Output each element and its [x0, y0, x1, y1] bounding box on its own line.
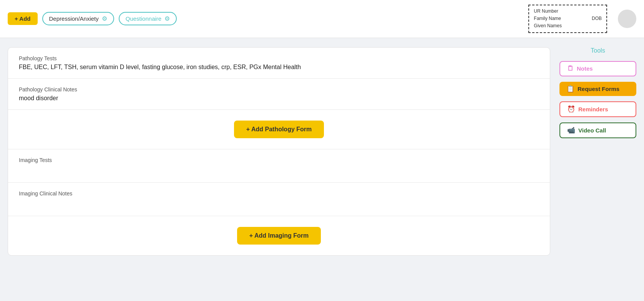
family-name-label: Family Name [534, 15, 561, 22]
imaging-tests-section: Imaging Tests [8, 149, 550, 183]
avatar [618, 10, 636, 28]
pathology-clinical-notes-section: Pathology Clinical Notes mood disorder [8, 79, 550, 110]
pathology-tests-value: FBE, UEC, LFT, TSH, serum vitamin D leve… [19, 64, 539, 71]
request-forms-button[interactable]: 📋 Request Forms [559, 82, 636, 96]
video-call-button[interactable]: 📹 Video Call [559, 122, 636, 138]
video-call-label: Video Call [578, 127, 606, 134]
imaging-tests-value [19, 165, 539, 175]
tab-questionnaire-label: Questionnaire [126, 15, 161, 22]
tools-title: Tools [591, 47, 605, 54]
given-names-row: Given Names [534, 22, 602, 30]
toolbar: + Add Depression/Anxiety ⚙ Questionnaire… [0, 0, 644, 38]
add-pathology-btn-block: + Add Pathology Form [8, 110, 550, 149]
imaging-clinical-notes-section: Imaging Clinical Notes [8, 183, 550, 216]
video-call-icon: 📹 [567, 126, 575, 134]
pathology-clinical-notes-label: Pathology Clinical Notes [19, 86, 539, 93]
reminders-icon: ⏰ [567, 105, 575, 113]
add-imaging-form-button[interactable]: + Add Imaging Form [237, 227, 321, 245]
main-layout: Pathology Tests FBE, UEC, LFT, TSH, seru… [0, 38, 644, 265]
add-button[interactable]: + Add [8, 12, 38, 25]
ur-number-label: UR Number [534, 8, 558, 14]
notes-button[interactable]: 🗒 Notes [559, 61, 636, 76]
imaging-clinical-notes-label: Imaging Clinical Notes [19, 190, 539, 197]
questionnaire-gear-icon[interactable]: ⚙ [164, 15, 170, 22]
tab-questionnaire[interactable]: Questionnaire ⚙ [119, 12, 177, 25]
imaging-tests-label: Imaging Tests [19, 157, 539, 163]
tab-depression-label: Depression/Anxiety [49, 15, 99, 22]
patient-info-box: UR Number Family Name DOB Given Names [528, 5, 607, 33]
notes-label: Notes [577, 65, 593, 72]
content-card: Pathology Tests FBE, UEC, LFT, TSH, seru… [8, 47, 550, 256]
given-names-label: Given Names [534, 23, 562, 28]
pathology-clinical-notes-value: mood disorder [19, 95, 539, 102]
add-imaging-btn-block: + Add Imaging Form [8, 216, 550, 255]
notes-icon: 🗒 [567, 65, 574, 73]
family-name-row: Family Name DOB [534, 15, 602, 22]
tab-depression-anxiety[interactable]: Depression/Anxiety ⚙ [42, 12, 114, 25]
depression-gear-icon[interactable]: ⚙ [102, 15, 107, 22]
ur-number-row: UR Number [534, 8, 602, 15]
pathology-tests-label: Pathology Tests [19, 55, 539, 61]
request-forms-label: Request Forms [578, 86, 619, 92]
reminders-label: Reminders [578, 106, 608, 112]
dob-label: DOB [592, 15, 602, 22]
request-forms-icon: 📋 [566, 85, 574, 93]
pathology-tests-section: Pathology Tests FBE, UEC, LFT, TSH, seru… [8, 48, 550, 79]
add-pathology-form-button[interactable]: + Add Pathology Form [234, 121, 324, 138]
tools-sidebar: Tools 🗒 Notes 📋 Request Forms ⏰ Reminder… [559, 47, 636, 138]
reminders-button[interactable]: ⏰ Reminders [559, 101, 636, 117]
imaging-clinical-notes-value [19, 199, 539, 208]
